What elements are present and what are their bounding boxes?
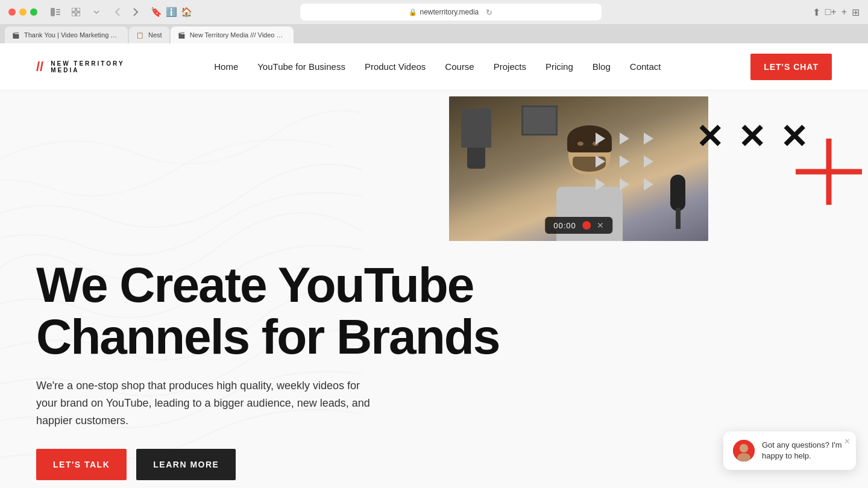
chat-close-button[interactable]: × [844,436,850,447]
triangle-icon [644,133,653,145]
add-bookmark-icon[interactable]: □+ [825,7,837,18]
microphone [666,175,690,229]
svg-rect-1 [56,9,60,10]
tab-favicon: 🎬 [178,32,185,39]
svg-rect-7 [77,13,80,16]
person-eye-left [577,142,583,146]
main-navigation: // NEW TERRITORY MEDIA Home YouTube for … [0,43,868,90]
tab-nest[interactable]: 📋 Nest [129,27,169,43]
extensions-icon[interactable]: ⊞ [852,7,860,18]
sidebar-toggle[interactable] [47,7,105,17]
triangle-icon [644,178,653,190]
nav-contact[interactable]: Contact [630,61,661,72]
red-plus-decoration [796,139,862,205]
triangle-grid [596,133,657,190]
x-marks-decoration: ✕ ✕ ✕ [696,120,808,154]
hero-top-area: 00:00 ✕ [0,90,868,241]
browser-window: 🔖 ℹ️ 🏠 🔒 newterritory.media ↻ ⬆ □+ + ⊞ 🎬… [0,0,868,488]
hero-headline: We Create YouTube Channels for Brands [36,259,518,363]
sidebar-icon[interactable] [47,7,64,17]
website-content: // NEW TERRITORY MEDIA Home YouTube for … [0,43,868,488]
bookmark-icon[interactable]: 🔖 [151,7,162,17]
browser-toolbar-right: ⬆ □+ + ⊞ [813,7,860,18]
tab-favicon: 🎬 [12,32,19,39]
forward-button[interactable] [128,6,143,18]
nav-youtube-for-business[interactable]: YouTube for Business [257,61,345,72]
wall-frame [521,105,558,136]
browser-extra-icons: 🔖 ℹ️ 🏠 [151,7,192,17]
url-text: newterritory.media [420,8,479,16]
back-button[interactable] [110,6,125,18]
tab-label: Thank You | Video Marketing Starter Pack [24,31,121,39]
browser-navigation [110,6,143,18]
triangle-icon [620,155,629,167]
triangle-icon [596,155,605,167]
chat-avatar [733,440,755,461]
tab-new-territory[interactable]: 🎬 New Territory Media /// Video Marketin… [171,27,294,43]
plus-horizontal [796,169,862,175]
info-icon[interactable]: ℹ️ [166,7,177,17]
x-mark-2: ✕ [738,120,766,154]
chat-message: Got any questions? I'm happy to help. [762,440,846,461]
address-bar[interactable]: 🔒 newterritory.media ↻ [300,4,602,20]
svg-rect-3 [56,14,60,15]
window-controls[interactable] [8,8,37,16]
svg-point-11 [740,444,748,452]
nav-course[interactable]: Course [445,61,474,72]
tab-label: Nest [148,31,162,39]
headline-line-2: Channels for Brands [36,309,499,364]
hero-video[interactable]: 00:00 ✕ [449,96,708,241]
x-mark-1: ✕ [696,120,723,154]
bottom-triangles [0,481,219,488]
nav-home[interactable]: Home [214,61,238,72]
svg-rect-6 [72,13,75,16]
nav-pricing[interactable]: Pricing [546,61,573,72]
plus-shape [796,139,862,205]
tab-thank-you[interactable]: 🎬 Thank You | Video Marketing Starter Pa… [5,27,128,43]
svg-rect-2 [56,11,60,13]
svg-rect-5 [77,8,80,11]
video-timestamp: 00:00 [553,221,576,230]
logo[interactable]: // NEW TERRITORY MEDIA [36,59,125,75]
tab-label: New Territory Media /// Video Marketing … [190,31,286,39]
triangle-icon [644,155,653,167]
lock-icon: 🔒 [409,8,417,16]
decorative-triangles [596,133,657,190]
triangle-icon [596,133,605,145]
chat-widget[interactable]: Got any questions? I'm happy to help. × [723,431,856,470]
tab-favicon: 📋 [136,32,143,39]
headline-line-1: We Create YouTube [36,257,473,312]
hero-cta-buttons: LET'S TALK LEARN MORE [36,449,832,480]
logo-text: NEW TERRITORY MEDIA [51,60,124,74]
nav-projects[interactable]: Projects [494,61,526,72]
close-window-button[interactable] [8,8,16,16]
video-controls-overlay[interactable]: 00:00 ✕ [545,217,612,234]
hero-section: 00:00 ✕ [0,90,868,488]
triangle-icon [620,178,629,190]
add-tab-icon[interactable]: + [841,7,847,18]
video-thumbnail[interactable]: 00:00 ✕ [449,96,708,241]
nav-blog[interactable]: Blog [593,61,611,72]
home-icon[interactable]: 🏠 [181,7,192,17]
triangle-icon [596,178,605,190]
logo-slash-icon: // [36,59,43,75]
refresh-icon[interactable]: ↻ [486,8,492,17]
nav-links: Home YouTube for Business Product Videos… [214,61,661,72]
record-button[interactable] [582,221,591,230]
browser-tabs-bar: 🎬 Thank You | Video Marketing Starter Pa… [0,24,868,43]
lets-chat-button[interactable]: LET'S CHAT [750,54,832,80]
hero-subtext: We're a one-stop shop that produces high… [36,377,374,429]
minimize-window-button[interactable] [19,8,27,16]
video-close-icon[interactable]: ✕ [597,221,604,230]
browser-titlebar: 🔖 ℹ️ 🏠 🔒 newterritory.media ↻ ⬆ □+ + ⊞ [0,0,868,24]
decorative-lamp [461,108,491,169]
svg-rect-4 [72,8,75,11]
maximize-window-button[interactable] [30,8,37,16]
nav-product-videos[interactable]: Product Videos [365,61,426,72]
chevron-down-icon[interactable] [88,7,105,17]
share-icon[interactable]: ⬆ [813,7,820,18]
learn-more-button[interactable]: LEARN MORE [136,449,236,480]
tab-overview-icon[interactable] [68,7,84,17]
lets-talk-button[interactable]: LET'S TALK [36,449,127,480]
triangle-icon [620,133,629,145]
